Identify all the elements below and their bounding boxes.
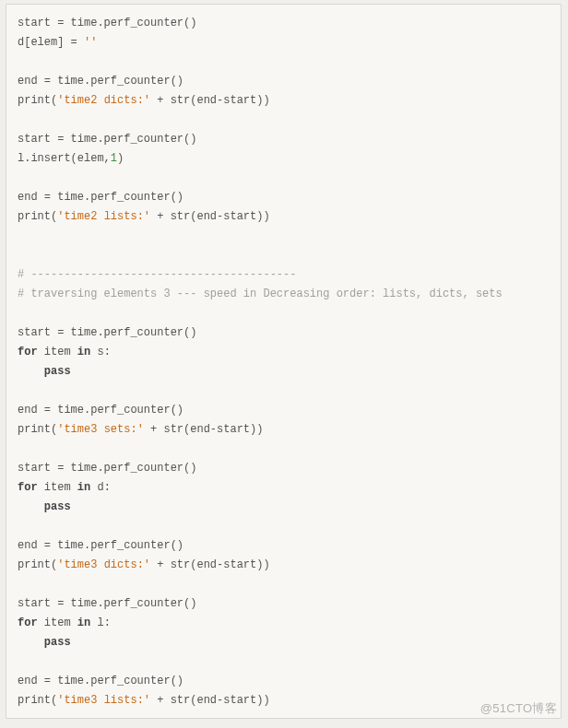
code-line: end = time.perf_counter() <box>18 401 550 420</box>
code-token: 'time3 lists:' <box>57 694 150 707</box>
code-token: l: <box>90 616 111 629</box>
code-token <box>18 636 44 649</box>
code-token: 'time2 lists:' <box>57 210 150 223</box>
code-line: print('time3 lists:' + str(end-start)) <box>18 691 550 710</box>
code-line: for item in l: <box>18 614 550 633</box>
code-token: end = time.perf_counter() <box>18 75 183 88</box>
code-token: d: <box>90 481 111 494</box>
code-line <box>18 575 550 594</box>
code-line <box>18 304 550 323</box>
code-block: start = time.perf_counter()d[elem] = '' … <box>6 4 562 719</box>
code-line: # --------------------------------------… <box>18 265 550 285</box>
code-token: s: <box>90 346 111 358</box>
code-token: start = time.perf_counter() <box>18 133 196 146</box>
code-line: # traversing elements 3 --- speed in Dec… <box>18 285 550 304</box>
code-line: pass <box>18 498 550 517</box>
code-token: + str(end-start)) <box>150 210 270 223</box>
code-token: pass <box>44 500 71 513</box>
code-line: start = time.perf_counter() <box>18 594 550 614</box>
code-token: + str(end-start)) <box>144 423 264 436</box>
code-line <box>18 382 550 401</box>
code-line: end = time.perf_counter() <box>18 72 550 91</box>
code-line: print('time2 dicts:' + str(end-start)) <box>18 91 550 111</box>
code-token: end = time.perf_counter() <box>18 675 183 687</box>
code-line: end = time.perf_counter() <box>18 536 550 556</box>
code-line: l.insert(elem,1) <box>18 149 550 169</box>
code-token: d[elem] = <box>18 36 84 49</box>
code-line <box>18 246 550 265</box>
code-line: pass <box>18 362 550 382</box>
code-token <box>18 500 44 513</box>
code-line: for item in s: <box>18 343 550 362</box>
code-token: # --------------------------------------… <box>18 268 296 281</box>
code-line: for item in d: <box>18 478 550 498</box>
code-token: print( <box>18 94 57 107</box>
code-token: end = time.perf_counter() <box>18 404 183 417</box>
code-line <box>18 227 550 246</box>
code-token: l.insert(elem, <box>18 152 111 165</box>
code-token: 'time3 dicts:' <box>57 558 150 571</box>
code-token: start = time.perf_counter() <box>18 462 196 475</box>
code-token: # traversing elements 3 --- speed in Dec… <box>18 288 503 300</box>
code-line <box>18 53 550 72</box>
code-token: for <box>18 481 38 494</box>
code-token: '' <box>84 36 97 49</box>
code-token: in <box>77 616 90 629</box>
code-token: print( <box>18 423 57 436</box>
code-token: print( <box>18 694 57 707</box>
code-token: pass <box>44 365 71 378</box>
code-line: end = time.perf_counter() <box>18 672 550 691</box>
code-token <box>18 365 44 378</box>
code-token: + str(end-start)) <box>150 558 270 571</box>
code-token: end = time.perf_counter() <box>18 191 183 204</box>
code-line: end = time.perf_counter() <box>18 188 550 207</box>
code-token: + str(end-start)) <box>150 694 270 707</box>
code-line <box>18 169 550 188</box>
code-token: start = time.perf_counter() <box>18 597 196 610</box>
code-line: start = time.perf_counter() <box>18 323 550 343</box>
code-token: + str(end-start)) <box>150 94 270 107</box>
code-line <box>18 111 550 130</box>
code-line: start = time.perf_counter() <box>18 14 550 33</box>
code-token: item <box>38 346 77 358</box>
code-token: print( <box>18 558 57 571</box>
code-token: item <box>38 616 77 629</box>
code-line: start = time.perf_counter() <box>18 130 550 149</box>
code-token: in <box>77 481 90 494</box>
code-line <box>18 440 550 459</box>
code-token: 'time2 dicts:' <box>57 94 150 107</box>
code-token: item <box>38 481 77 494</box>
code-line <box>18 517 550 536</box>
code-token: 1 <box>111 152 117 165</box>
code-line: d[elem] = '' <box>18 33 550 53</box>
code-token: start = time.perf_counter() <box>18 326 196 339</box>
code-line: print('time3 dicts:' + str(end-start)) <box>18 556 550 575</box>
code-line <box>18 652 550 672</box>
code-token: print( <box>18 210 57 223</box>
code-line: pass <box>18 633 550 652</box>
code-token: start = time.perf_counter() <box>18 17 196 29</box>
code-token: 'time3 sets:' <box>57 423 144 436</box>
code-token: end = time.perf_counter() <box>18 539 183 552</box>
code-token: for <box>18 616 38 629</box>
code-token: ) <box>117 152 124 165</box>
code-line: print('time2 lists:' + str(end-start)) <box>18 207 550 227</box>
code-token: in <box>77 346 90 358</box>
code-token: pass <box>44 636 71 649</box>
code-token: for <box>18 346 38 358</box>
code-line: start = time.perf_counter() <box>18 459 550 478</box>
code-line: print('time3 sets:' + str(end-start)) <box>18 420 550 440</box>
